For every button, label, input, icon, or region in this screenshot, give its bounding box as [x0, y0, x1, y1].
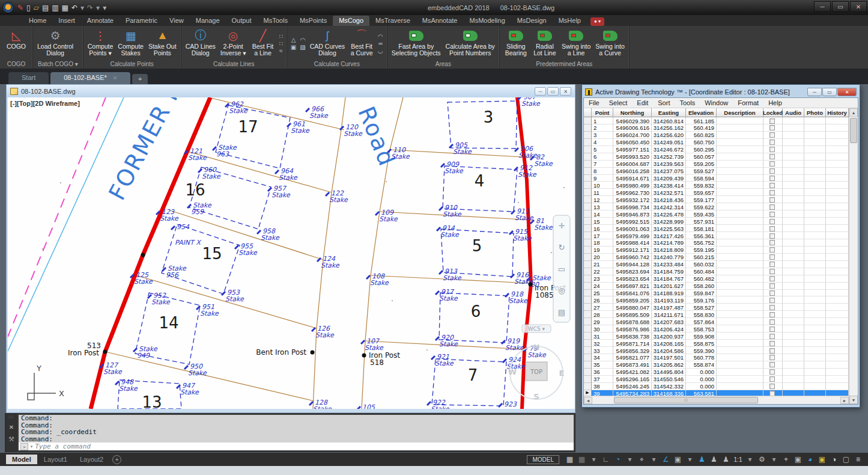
locked-checkbox[interactable]	[769, 226, 775, 231]
app-logo-icon[interactable]	[2, 2, 14, 13]
cell-easting[interactable]: 314209.439	[652, 175, 686, 182]
cell-easting[interactable]: 314207.683	[652, 318, 686, 325]
cell-audio[interactable]	[783, 354, 804, 361]
cell-northing[interactable]: 5495946.873	[613, 210, 652, 218]
undo-caret-icon[interactable]: ▾	[80, 4, 84, 12]
cell-locked[interactable]	[763, 290, 783, 297]
qat-caret-icon[interactable]: ▾	[103, 4, 106, 12]
row-marker-cell[interactable]	[584, 311, 592, 318]
cell-point[interactable]: 29	[592, 318, 613, 325]
cell-elevation[interactable]: 0.000	[686, 369, 717, 376]
cell-history[interactable]	[826, 117, 849, 124]
locked-checkbox[interactable]	[769, 298, 775, 303]
row-marker-cell[interactable]	[584, 139, 592, 146]
column-header-audio[interactable]: Audio	[783, 108, 804, 117]
cell-point[interactable]: 9	[592, 175, 613, 182]
cell-photo[interactable]	[804, 161, 826, 168]
row-marker-cell[interactable]	[584, 325, 592, 332]
command-input-row[interactable]: > ▾ Type a command	[19, 443, 574, 450]
cell-northing[interactable]: 5495296.165	[613, 376, 652, 383]
new-file-icon[interactable]: ▯	[26, 4, 31, 12]
table-row[interactable]: 255495841.076314188.919559.847	[584, 290, 849, 297]
locked-checkbox[interactable]	[769, 326, 775, 332]
cell-point[interactable]: 25	[592, 290, 613, 297]
cell-easting[interactable]: 314206.424	[652, 325, 686, 332]
cell-elevation[interactable]: 558.875	[686, 340, 717, 347]
cell-locked[interactable]	[763, 225, 783, 232]
cell-northing[interactable]: 5495878.688	[613, 318, 652, 325]
cell-elevation[interactable]: 0.000	[686, 376, 717, 383]
small-tool-icon[interactable]: ≈	[279, 48, 282, 54]
cell-northing[interactable]: 5495873.491	[613, 361, 652, 369]
ribbon-tab-home[interactable]: Home	[23, 16, 52, 26]
cell-point[interactable]: 8	[592, 168, 613, 175]
cell-point[interactable]: 3	[592, 132, 613, 139]
cell-description[interactable]	[717, 225, 763, 232]
cell-easting[interactable]: 314242.314	[652, 203, 686, 210]
locked-checkbox[interactable]	[769, 355, 775, 360]
cell-point[interactable]: 31	[592, 332, 613, 340]
cell-northing[interactable]: 5495980.499	[613, 182, 652, 189]
minimize-button[interactable]: ─	[814, 1, 831, 12]
cell-locked[interactable]	[763, 340, 783, 347]
locked-checkbox[interactable]	[769, 319, 775, 325]
cell-northing[interactable]: 5495912.171	[613, 247, 652, 254]
cell-description[interactable]	[717, 332, 763, 340]
cell-photo[interactable]	[804, 340, 826, 347]
table-row[interactable]: 265495859.205314193.119559.176	[584, 296, 849, 304]
cell-description[interactable]	[717, 218, 763, 225]
command-input[interactable]: Type a command	[35, 443, 91, 450]
cell-history[interactable]	[826, 239, 849, 247]
cell-locked[interactable]	[763, 304, 783, 311]
cell-audio[interactable]	[783, 189, 804, 196]
cell-photo[interactable]	[804, 347, 826, 354]
cell-audio[interactable]	[783, 168, 804, 175]
table-row[interactable]: 225495823.694314184.759560.484	[584, 268, 849, 275]
cell-description[interactable]	[717, 361, 763, 369]
locked-checkbox[interactable]	[769, 305, 775, 310]
cell-northing[interactable]: 5495821.077	[613, 354, 652, 361]
ribbon-button-2-point-inverse--[interactable]: ◎2-PointInverse ▾	[219, 27, 248, 60]
cell-point[interactable]: 2	[592, 124, 613, 132]
menu-window[interactable]: Window	[705, 99, 728, 106]
row-marker-cell[interactable]	[584, 218, 592, 225]
cell-point[interactable]: 18	[592, 239, 613, 247]
snap-mode-icon[interactable]: ▦	[577, 455, 587, 465]
menu-select[interactable]: Select	[609, 99, 628, 106]
ribbon-tab-manage[interactable]: Manage	[190, 16, 226, 26]
locked-checkbox[interactable]	[769, 161, 775, 167]
table-row[interactable]: 235495823.654314184.767560.482	[584, 275, 849, 283]
cell-locked[interactable]	[763, 275, 783, 283]
cell-audio[interactable]	[783, 275, 804, 283]
locked-checkbox[interactable]	[769, 233, 775, 239]
cell-description[interactable]	[717, 318, 763, 325]
cell-northing[interactable]: 5495962.730	[613, 189, 652, 196]
table-row[interactable]: 205495960.742314240.779560.215	[584, 254, 849, 261]
cell-point[interactable]: 21	[592, 261, 613, 268]
table-row[interactable]: 95495914.671314209.439558.594	[584, 175, 849, 182]
cell-elevation[interactable]: 559.847	[686, 290, 717, 297]
cell-elevation[interactable]: 560.482	[686, 275, 717, 283]
command-prompt-icon[interactable]: >	[20, 443, 28, 450]
cell-northing[interactable]: 5495979.499	[613, 232, 652, 239]
cell-audio[interactable]	[783, 225, 804, 232]
cell-elevation[interactable]: 560.057	[686, 153, 717, 161]
cell-audio[interactable]	[783, 383, 804, 390]
ribbon-tab-msmodeling[interactable]: MsModeling	[463, 16, 511, 26]
row-marker-cell[interactable]	[584, 376, 592, 383]
table-row[interactable]: 325495871.714314208.165558.875	[584, 340, 849, 347]
dyn-caret-icon[interactable]: ▾	[685, 455, 695, 465]
cell-photo[interactable]	[804, 261, 826, 268]
horizontal-scrollbar[interactable]: ◄ ⁞⁞⁞ ►	[584, 396, 849, 404]
cell-audio[interactable]	[783, 124, 804, 132]
clean-screen-icon[interactable]: ▢	[841, 455, 851, 465]
locked-checkbox[interactable]	[769, 247, 775, 253]
cell-photo[interactable]	[804, 203, 826, 210]
cell-description[interactable]	[717, 311, 763, 318]
cell-easting[interactable]: 314168.336	[652, 390, 686, 396]
cell-easting[interactable]: 314228.999	[652, 218, 686, 225]
cell-easting[interactable]: 314240.779	[652, 254, 686, 261]
table-row[interactable]: 385495246.245314542.3320.000	[584, 383, 849, 390]
cell-history[interactable]	[826, 332, 849, 340]
cell-locked[interactable]	[763, 254, 783, 261]
